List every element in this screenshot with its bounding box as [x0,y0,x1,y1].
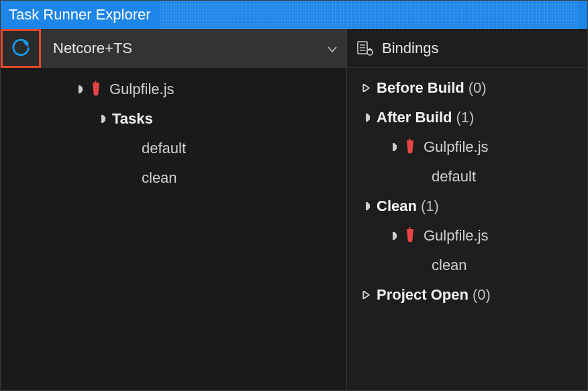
chevron-down-icon [328,40,337,57]
task-name: default [142,140,186,157]
binding-task-label: clean [432,257,467,274]
titlebar: Task Runner Explorer [1,1,587,29]
binding-group[interactable]: Before Build (0) [347,73,587,103]
expander-open-icon[interactable] [386,140,399,154]
bindings-icon [356,40,374,57]
binding-file-node[interactable]: Gulpfile.js [347,132,587,162]
expander-open-icon[interactable] [359,111,373,124]
titlebar-grip [160,1,579,29]
task-runner-explorer-window: Task Runner Explorer Netcore+TS Gulpfile… [0,0,588,391]
bindings-title: Bindings [382,40,438,57]
task-name: clean [142,169,177,187]
tasks-panel: Netcore+TS Gulpfile.js Tasks default [41,29,347,390]
tree-file-node[interactable]: Gulpfile.js [41,75,346,104]
binding-group[interactable]: Clean (1) [347,191,587,221]
binding-file-label: Gulpfile.js [424,227,489,245]
binding-task-label: default [432,168,476,185]
panel-body: Netcore+TS Gulpfile.js Tasks default [1,29,587,390]
task-item[interactable]: default [41,134,346,163]
binding-group[interactable]: After Build (1) [347,103,587,132]
gulp-icon [403,227,417,245]
binding-group-label: Project Open [377,286,469,304]
file-label: Gulpfile.js [109,81,175,98]
expander-open-icon[interactable] [359,200,373,213]
binding-group-label: Clean [377,198,417,215]
tree-tasks-node[interactable]: Tasks [41,104,346,134]
task-item[interactable]: clean [41,163,346,193]
gulp-icon [89,81,103,98]
binding-group-count: (1) [456,109,474,126]
binding-task-node[interactable]: default [347,162,587,191]
expander-closed-icon[interactable] [359,81,373,95]
bindings-panel: Bindings Before Build (0) After Build (1… [347,29,587,390]
binding-group-count: (0) [469,79,487,97]
binding-group[interactable]: Project Open (0) [347,280,587,310]
bindings-tree: Before Build (0) After Build (1) Gulpfil… [347,68,587,310]
window-title: Task Runner Explorer [9,6,151,24]
gulp-icon [403,138,417,156]
binding-group-count: (0) [473,286,491,304]
expander-closed-icon[interactable] [359,288,373,302]
tasks-label: Tasks [112,110,153,128]
refresh-icon [11,38,31,58]
expander-open-icon[interactable] [386,229,399,243]
binding-group-label: Before Build [377,79,464,97]
binding-group-count: (1) [421,198,439,215]
project-name: Netcore+TS [53,40,328,57]
tasks-tree: Gulpfile.js Tasks default clean [41,68,346,193]
binding-file-label: Gulpfile.js [424,138,489,156]
binding-task-node[interactable]: clean [347,251,587,280]
expander-open-icon[interactable] [95,112,108,126]
bindings-header: Bindings [347,29,587,68]
expander-open-icon[interactable] [72,83,85,96]
toolbar-column [1,29,41,390]
binding-group-label: After Build [377,109,452,126]
binding-file-node[interactable]: Gulpfile.js [347,221,587,251]
refresh-button[interactable] [1,29,41,68]
project-selector[interactable]: Netcore+TS [41,29,346,68]
